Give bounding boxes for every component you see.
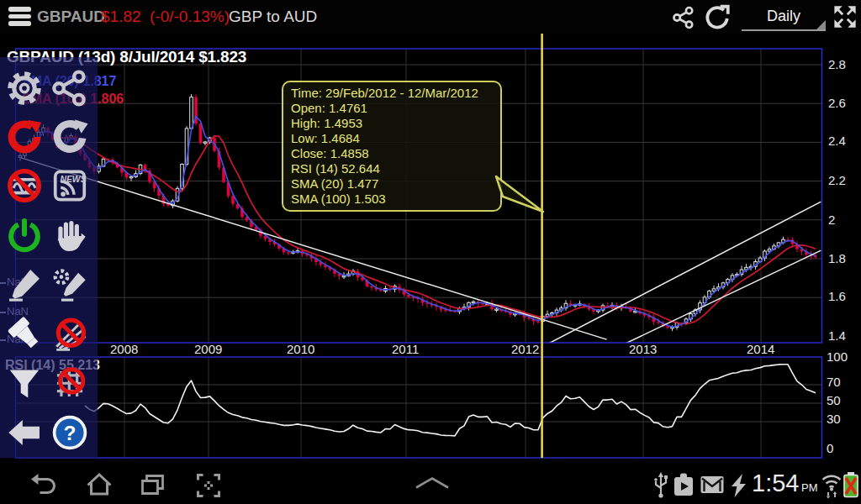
timeframe-dropdown[interactable]: Daily: [742, 4, 826, 31]
price-axis-tick: 1.4: [828, 328, 846, 343]
share-icon[interactable]: [671, 6, 696, 29]
x-axis-tick: 2013: [629, 342, 657, 356]
price-change-label: (-0/-0.13%): [150, 0, 230, 34]
refresh-red-icon: [5, 118, 44, 156]
back-arrow-icon: [5, 413, 44, 452]
draw-settings-button[interactable]: [50, 265, 89, 304]
share-chart-button[interactable]: [50, 69, 89, 108]
nav-home-icon[interactable]: [84, 470, 114, 501]
rsi-axis-tick: 50: [827, 393, 841, 407]
usb-status-icon: [652, 471, 669, 498]
x-axis-tick: 2014: [747, 342, 774, 356]
price-axis-tick: 2.2: [828, 173, 846, 187]
draw-tool-button[interactable]: [5, 265, 44, 304]
symbol-label: GBPAUD: [37, 0, 105, 34]
x-axis-tick: 2008: [110, 342, 138, 356]
crosshair-tooltip: Time: 29/Feb/2012 - 12/Mar/2012 Open: 1.…: [282, 81, 502, 212]
flashlight-icon: [5, 314, 44, 353]
wifi-status-icon: [821, 472, 843, 499]
power-button[interactable]: [5, 217, 44, 255]
refresh-icon[interactable]: [703, 3, 732, 32]
tooltip-rsi: RSI (14) 52.644: [291, 161, 493, 176]
question-icon: ?: [50, 413, 89, 452]
rsi-axis-tick: 100: [827, 349, 848, 364]
screen: GBPAUD $1.82 (-0/-0.13%) GBP to AUD Dail…: [0, 0, 861, 504]
filter-icon: [5, 365, 44, 403]
tooltip-close: Close: 1.4858: [291, 146, 493, 161]
nav-back-icon[interactable]: [29, 470, 59, 501]
flashlight-button[interactable]: [5, 314, 44, 353]
battery-status-icon: [843, 471, 859, 499]
tooltip-high: High: 1.4953: [291, 116, 493, 131]
reload-icon: [50, 118, 89, 156]
tooltip-low: Low: 1.4684: [291, 131, 493, 146]
share-icon: [50, 69, 89, 108]
gear-icon: [5, 69, 44, 108]
power-icon: [5, 217, 44, 255]
play-store-status-icon: [673, 472, 695, 497]
gmail-status-icon: [700, 475, 725, 495]
fullscreen-icon[interactable]: [832, 4, 858, 29]
grid-off-icon: [50, 365, 89, 403]
freehand-off-icon: [50, 314, 89, 353]
system-nav-bar: 1:54 PM: [0, 466, 861, 504]
pair-description-label: GBP to AUD: [229, 0, 317, 34]
filter-button[interactable]: [5, 365, 44, 403]
price-axis-tick: 2.8: [828, 57, 846, 71]
x-axis-tick: 2010: [287, 342, 314, 356]
help-button[interactable]: ?: [50, 413, 89, 452]
tooltip-time: Time: 29/Feb/2012 - 12/Mar/2012: [291, 86, 493, 101]
clock-time: 1:54: [752, 470, 799, 497]
price-axis-tick: 2.4: [828, 134, 846, 148]
menu-bar: [8, 14, 31, 19]
tooltip-sma100: SMA (100) 1.503: [291, 192, 493, 207]
app-bar: GBPAUD $1.82 (-0/-0.13%) GBP to AUD Dail…: [0, 0, 861, 34]
rsi-axis-tick: 30: [827, 412, 841, 426]
freehand-off-button[interactable]: [50, 314, 89, 353]
sync-status-icon: [728, 473, 748, 498]
expand-chevron-icon[interactable]: [414, 476, 451, 490]
svg-text:?: ?: [64, 422, 77, 444]
dropdown-corner-icon: [816, 20, 826, 29]
nav-recents-icon[interactable]: [138, 470, 168, 501]
alerts-off-icon: [5, 166, 44, 205]
price-label: $1.82: [101, 0, 141, 34]
menu-icon[interactable]: [8, 7, 32, 27]
x-axis-tick: 2012: [511, 342, 539, 356]
nav-capture-icon[interactable]: [193, 470, 224, 501]
tooltip-open: Open: 1.4761: [291, 101, 493, 116]
reload-chart-button[interactable]: [50, 118, 89, 156]
price-axis-tick: 2: [828, 213, 835, 227]
news-button[interactable]: NEWS: [50, 166, 89, 205]
back-button[interactable]: [5, 413, 44, 452]
news-icon: NEWS: [50, 166, 89, 205]
tooltip-tail: [494, 173, 548, 217]
price-axis-tick: 2.6: [828, 96, 846, 110]
clock-meridiem: PM: [801, 481, 818, 494]
pencil-icon: [5, 265, 44, 304]
menu-bar: [8, 21, 31, 26]
refresh-data-button[interactable]: [5, 118, 44, 156]
pencil-gear-icon: [50, 265, 89, 304]
pan-tool-button[interactable]: [50, 217, 89, 255]
x-axis-tick: 2009: [194, 342, 222, 356]
hand-icon: [50, 217, 89, 255]
timeframe-value: Daily: [767, 8, 800, 24]
rsi-axis-tick: 70: [827, 375, 841, 389]
rsi-axis-tick: 0: [827, 441, 833, 455]
x-axis-tick: 2011: [392, 342, 419, 356]
settings-button[interactable]: [5, 69, 44, 108]
menu-bar: [8, 7, 31, 12]
grid-off-button[interactable]: [50, 365, 89, 403]
alerts-off-button[interactable]: [5, 166, 44, 205]
tooltip-sma20: SMA (20) 1.477: [291, 176, 493, 192]
price-axis-tick: 1.8: [828, 251, 846, 265]
price-axis-tick: 1.6: [828, 289, 846, 303]
